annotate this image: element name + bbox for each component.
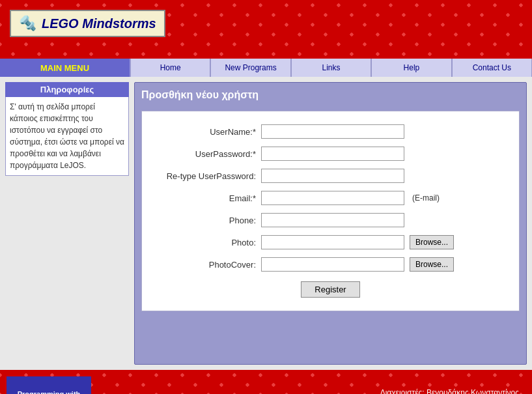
footer: Programming with Java Copyright © 2006 Δ… <box>0 370 532 394</box>
photo-cover-label: PhotoCover: <box>152 260 256 270</box>
username-label: UserName:* <box>152 127 256 137</box>
main-content: Πληροφορίες Σ' αυτή τη σελίδα μπορεί κάπ… <box>0 77 532 370</box>
logo: 🔩 LEGO Mindstorms <box>10 10 165 37</box>
nav-links: Home New Programs Links Help Contact Us <box>130 59 532 77</box>
nav-item-home[interactable]: Home <box>130 59 210 77</box>
photo-cover-input[interactable] <box>261 257 404 272</box>
sidebar: Πληροφορίες Σ' αυτή τη σελίδα μπορεί κάπ… <box>5 82 129 365</box>
nav-item-new-programs[interactable]: New Programs <box>210 59 290 77</box>
sidebar-title: Πληροφορίες <box>5 82 129 97</box>
photo-browse-button[interactable]: Browse... <box>410 235 454 249</box>
main-menu-label: MAIN MENU <box>0 59 130 77</box>
email-input[interactable] <box>261 191 404 205</box>
navbar: MAIN MENU Home New Programs Links Help C… <box>0 59 532 77</box>
photo-cover-row: PhotoCover: Browse... <box>152 257 509 272</box>
footer-admin: Διαχειριστές: Βεγουδάκης ΚωνσταντίνοςΖεγ… <box>380 370 532 394</box>
nav-item-help[interactable]: Help <box>371 59 451 77</box>
username-input[interactable] <box>261 124 404 139</box>
logo-icon: 🔩 <box>19 15 36 32</box>
password-label: UserPassword:* <box>152 149 256 159</box>
retype-password-label: Re-type UserPassword: <box>152 171 256 181</box>
phone-input[interactable] <box>261 213 404 227</box>
nav-item-links[interactable]: Links <box>291 59 371 77</box>
form-area: Προσθήκη νέου χρήστη UserName:* UserPass… <box>134 82 527 365</box>
footer-left-text: Programming with Java <box>7 376 91 394</box>
form-title: Προσθήκη νέου χρήστη <box>141 89 520 104</box>
email-label: Email:* <box>152 193 256 203</box>
phone-row: Phone: <box>152 213 509 227</box>
footer-admin-text: Διαχειριστές: Βεγουδάκης ΚωνσταντίνοςΖεγ… <box>380 387 519 394</box>
email-row: Email:* (E-mail) <box>152 191 509 205</box>
password-row: UserPassword:* <box>152 147 509 161</box>
logo-text: LEGO Mindstorms <box>42 16 156 31</box>
retype-password-input[interactable] <box>261 169 404 183</box>
sidebar-content: Σ' αυτή τη σελίδα μπορεί κάποιος επισκέπ… <box>5 97 129 176</box>
register-button[interactable]: Register <box>301 281 359 298</box>
email-hint: (E-mail) <box>412 193 440 203</box>
password-input[interactable] <box>261 147 404 161</box>
photo-cover-browse-button[interactable]: Browse... <box>410 257 454 272</box>
photo-input[interactable] <box>261 235 404 249</box>
header: 🔩 LEGO Mindstorms <box>0 0 532 59</box>
form-container: UserName:* UserPassword:* Re-type UserPa… <box>141 111 520 311</box>
retype-password-row: Re-type UserPassword: <box>152 169 509 183</box>
photo-row: Photo: Browse... <box>152 235 509 249</box>
phone-label: Phone: <box>152 216 256 225</box>
nav-item-contact-us[interactable]: Contact Us <box>452 59 532 77</box>
photo-label: Photo: <box>152 238 256 247</box>
footer-copyright: Copyright © 2006 <box>91 370 380 394</box>
username-row: UserName:* <box>152 124 509 139</box>
